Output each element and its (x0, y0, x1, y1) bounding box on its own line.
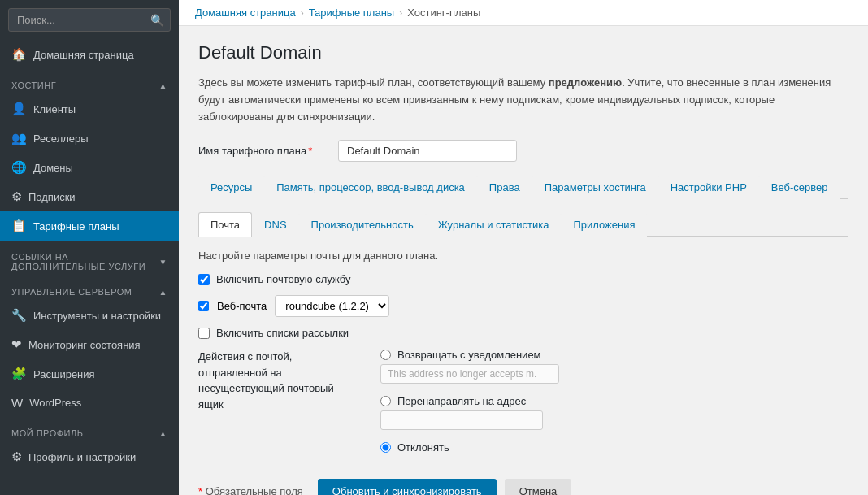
mail-action-options: Возвращать с уведомлением Перенаправлять… (380, 349, 848, 454)
home-icon: 🏠 (11, 47, 27, 62)
tab-performance[interactable]: Производительность (299, 212, 426, 237)
radio-redirect-row: Перенаправлять на адрес (380, 395, 848, 407)
radio-reject[interactable] (380, 442, 391, 453)
plans-icon: 📋 (11, 219, 27, 233)
tab-hosting-params[interactable]: Параметры хостинга (532, 175, 658, 199)
enable-mail-checkbox[interactable] (198, 274, 210, 285)
breadcrumb-sep-2: › (399, 7, 402, 19)
hosting-section-label: Хостинг ▲ (0, 69, 179, 94)
sidebar-item-clients[interactable]: 👤 Клиенты (0, 94, 179, 124)
wordpress-icon: W (11, 396, 23, 410)
tab-rights[interactable]: Права (477, 175, 532, 199)
redirect-address-input[interactable] (380, 410, 543, 430)
search-container: 🔍 (0, 0, 179, 40)
mail-section-desc: Настройте параметры почты для данного пл… (198, 250, 848, 262)
sidebar-item-home-label: Домашняя страница (33, 49, 134, 61)
mailing-list-label: Включить списки рассылки (216, 327, 349, 339)
plan-name-input[interactable] (338, 140, 517, 162)
tab-apps[interactable]: Приложения (561, 212, 647, 237)
mailing-list-checkbox[interactable] (198, 328, 210, 339)
page-title: Default Domain (198, 42, 848, 63)
radio-return[interactable] (380, 350, 391, 360)
sidebar-item-subscriptions-label: Подписки (28, 191, 76, 203)
radio-redirect[interactable] (380, 396, 391, 406)
tab-webserver[interactable]: Веб-сервер (759, 175, 840, 199)
profile-arrow: ▲ (159, 429, 167, 438)
webmail-label: Веб-почта (217, 300, 267, 312)
save-button[interactable]: Обновить и синхронизировать (318, 479, 497, 495)
breadcrumb-current: Хостинг-планы (407, 7, 480, 19)
server-arrow: ▲ (159, 288, 167, 297)
sidebar-item-profile[interactable]: ⚙ Профиль и настройки (0, 442, 179, 471)
radio-reject-label: Отклонять (397, 441, 449, 454)
breadcrumb: Домашняя страница › Тарифные планы › Хос… (179, 0, 868, 26)
sidebar-item-tools-label: Инструменты и настройки (33, 310, 161, 322)
tab-php[interactable]: Настройки PHP (658, 175, 759, 199)
tools-icon: 🔧 (11, 308, 27, 323)
sidebar: 🔍 🏠 Домашняя страница Хостинг ▲ 👤 Клиент… (0, 0, 179, 495)
tab-resources[interactable]: Ресурсы (198, 175, 264, 199)
search-input[interactable] (8, 8, 171, 32)
tab-logs[interactable]: Журналы и статистика (426, 212, 562, 237)
radio-reject-row: Отклонять (380, 441, 848, 454)
sidebar-item-wordpress[interactable]: W WordPress (0, 389, 179, 417)
profile-icon: ⚙ (11, 449, 22, 464)
domains-icon: 🌐 (11, 160, 27, 175)
enable-mail-row: Включить почтовую службу (198, 273, 848, 285)
extensions-icon: 🧩 (11, 367, 27, 381)
sidebar-item-monitoring[interactable]: ❤ Мониторинг состояния (0, 330, 179, 359)
enable-mail-label: Включить почтовую службу (216, 273, 350, 285)
radio-option-return: Возвращать с уведомлением (380, 349, 848, 384)
webmail-row: Веб-почта roundcube (1.2.2) horde none (198, 295, 848, 317)
plan-name-row: Имя тарифного плана* (198, 140, 848, 162)
subscriptions-icon: ⚙ (11, 189, 22, 204)
resellers-icon: 👥 (11, 131, 27, 145)
tab-dns[interactable]: DNS (252, 212, 298, 237)
tabs-row-2: Почта DNS Производительность Журналы и с… (198, 212, 848, 237)
sidebar-item-plans-label: Тарифные планы (33, 220, 119, 232)
return-message-input[interactable] (380, 364, 559, 384)
monitoring-icon: ❤ (11, 337, 22, 352)
webmail-select[interactable]: roundcube (1.2.2) horde none (275, 295, 389, 317)
sidebar-item-domains[interactable]: 🌐 Домены (0, 153, 179, 182)
sidebar-item-clients-label: Клиенты (33, 103, 76, 115)
sidebar-item-subscriptions[interactable]: ⚙ Подписки (0, 182, 179, 211)
links-section-label: Ссылки на дополнительные услуги ▼ (0, 241, 179, 276)
sidebar-item-extensions[interactable]: 🧩 Расширения (0, 359, 179, 389)
page-description: Здесь вы можете изменить тарифный план, … (198, 75, 848, 125)
breadcrumb-home[interactable]: Домашняя страница (195, 7, 296, 19)
tab-memory[interactable]: Память, процессор, ввод-вывод диска (264, 175, 477, 199)
main-content: Домашняя страница › Тарифные планы › Хос… (179, 0, 868, 495)
sidebar-item-domains-label: Домены (33, 162, 73, 174)
sidebar-item-resellers-label: Реселлеры (33, 132, 89, 145)
breadcrumb-sep-1: › (301, 7, 304, 19)
mail-action-label: Действия с почтой, отправленной на несущ… (198, 349, 361, 454)
tabs-row-1: Ресурсы Память, процессор, ввод-вывод ди… (198, 175, 848, 199)
sidebar-item-resellers[interactable]: 👥 Реселлеры (0, 124, 179, 153)
sidebar-item-extensions-label: Расширения (33, 368, 95, 380)
sidebar-item-wordpress-label: WordPress (29, 397, 81, 409)
search-icon: 🔍 (150, 14, 164, 27)
profile-section-label: Мой профиль ▲ (0, 417, 179, 442)
links-arrow: ▼ (159, 258, 167, 267)
webmail-checkbox[interactable] (198, 301, 209, 311)
sidebar-item-profile-label: Профиль и настройки (28, 451, 136, 463)
mail-action-section: Действия с почтой, отправленной на несущ… (198, 349, 848, 454)
mailing-list-row: Включить списки рассылки (198, 327, 848, 339)
server-section-label: Управление сервером ▲ (0, 276, 179, 301)
clients-icon: 👤 (11, 102, 27, 116)
plan-name-label: Имя тарифного плана* (198, 145, 328, 157)
sidebar-item-tools[interactable]: 🔧 Инструменты и настройки (0, 301, 179, 330)
tab-mail[interactable]: Почта (198, 212, 252, 237)
cancel-button[interactable]: Отмена (505, 479, 572, 495)
radio-redirect-label: Перенаправлять на адрес (397, 395, 526, 407)
sidebar-item-plans[interactable]: 📋 Тарифные планы (0, 211, 179, 241)
radio-option-reject: Отклонять (380, 441, 848, 454)
page-body: Default Domain Здесь вы можете изменить … (179, 26, 868, 495)
breadcrumb-plans[interactable]: Тарифные планы (309, 7, 395, 19)
radio-option-redirect: Перенаправлять на адрес (380, 395, 848, 430)
radio-return-row: Возвращать с уведомлением (380, 349, 848, 361)
footer-row: * Обязательные поля Обновить и синхрониз… (198, 467, 848, 495)
sidebar-item-home[interactable]: 🏠 Домашняя страница (0, 40, 179, 69)
sidebar-item-monitoring-label: Мониторинг состояния (28, 339, 141, 351)
